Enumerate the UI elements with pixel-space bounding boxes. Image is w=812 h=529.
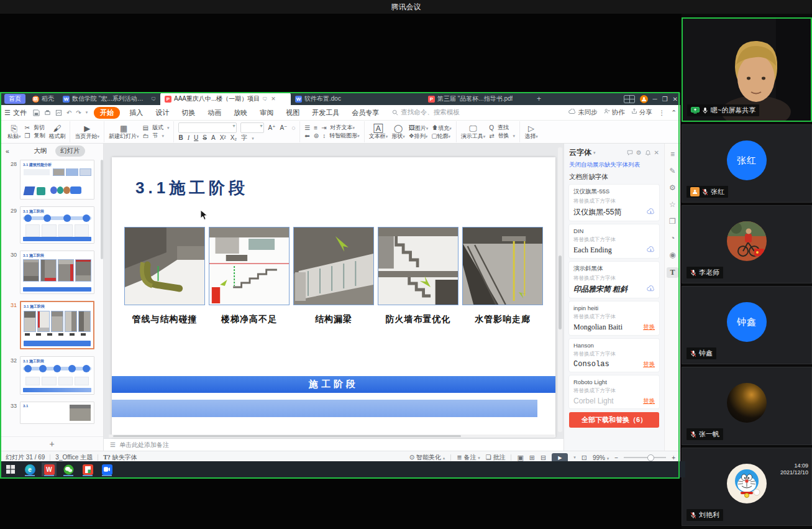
print-icon[interactable] bbox=[44, 109, 51, 116]
replace-font-link[interactable]: 替换 bbox=[643, 323, 655, 331]
zoom-level[interactable]: 99% ▾ bbox=[593, 454, 609, 461]
comments-button[interactable]: ❏ 批注 bbox=[486, 453, 506, 461]
tab-slides[interactable]: 幻灯片 bbox=[55, 145, 85, 157]
fill-button[interactable]: 🡅填充▾ bbox=[432, 125, 452, 131]
share-button[interactable]: 分享 bbox=[631, 108, 652, 117]
paste-button[interactable]: ⎘ 粘贴▾ bbox=[7, 124, 21, 139]
zoom-out-button[interactable]: − bbox=[614, 454, 618, 461]
slide-figure-5[interactable]: 水管影响走廊 bbox=[462, 227, 543, 325]
workspace-grid-icon[interactable] bbox=[624, 95, 635, 103]
participant-tile-zhanghong[interactable]: 张红 张红 bbox=[682, 124, 812, 203]
shape-button[interactable]: ◯ 形状▾ bbox=[391, 124, 405, 139]
taskbar-edge[interactable]: e bbox=[22, 462, 37, 476]
tab-writer-doc2[interactable]: W 软件布置.doc bbox=[291, 93, 386, 105]
slide-canvas-area[interactable]: 3.1施工阶段 bbox=[104, 144, 563, 438]
horizontal-scrollbar[interactable] bbox=[109, 435, 555, 438]
reading-view-icon[interactable]: ⊟ bbox=[541, 454, 546, 462]
vertical-scrollbar[interactable] bbox=[558, 147, 562, 432]
font-name-select[interactable] bbox=[178, 122, 237, 133]
slide-light-bar[interactable] bbox=[112, 400, 537, 417]
superscript-button[interactable]: X² bbox=[220, 135, 226, 141]
participant-tile-zhangyifan[interactable]: 张一帆 bbox=[682, 367, 812, 445]
resource-icon[interactable]: ◉ bbox=[669, 251, 675, 259]
redo-icon[interactable]: ↷ bbox=[76, 109, 81, 116]
font-card-2[interactable]: DIN 将替换成下方字体 Each Ending bbox=[569, 224, 659, 258]
normal-view-icon[interactable]: ▣ bbox=[517, 454, 523, 462]
panel-scrollbar[interactable] bbox=[101, 160, 103, 259]
decrease-font-icon[interactable]: A⁻ bbox=[280, 125, 287, 131]
replace-font-link[interactable]: 替换 bbox=[643, 361, 655, 369]
command-search[interactable]: 查找命令、搜索模板 bbox=[392, 108, 460, 117]
help-icon[interactable]: ◔ bbox=[670, 234, 675, 242]
menu-item-animation[interactable]: 动画 bbox=[204, 108, 224, 118]
menu-item-transition[interactable]: 切换 bbox=[178, 108, 198, 118]
restore-icon[interactable]: ❐ bbox=[662, 96, 668, 103]
bullet-list-icon[interactable]: ☰ bbox=[304, 125, 310, 131]
menu-item-member[interactable]: 会员专享 bbox=[349, 108, 382, 118]
close-icon[interactable]: ✕ bbox=[673, 96, 678, 103]
file-menu[interactable]: ☰ 文件 bbox=[4, 108, 27, 117]
taskbar-docs[interactable] bbox=[80, 462, 95, 476]
cut-button[interactable]: ✂剪切 bbox=[25, 125, 45, 131]
slide-title[interactable]: 3.1施工阶段 bbox=[135, 177, 249, 199]
tab-home[interactable]: 首页 bbox=[4, 94, 25, 104]
sorter-view-icon[interactable]: ⊞ bbox=[529, 454, 535, 462]
clear-format-icon[interactable]: ◌ bbox=[291, 125, 295, 131]
slide-figure-4[interactable]: 防火墙布置优化 bbox=[378, 227, 458, 325]
underline-button[interactable]: U bbox=[194, 135, 198, 141]
add-slide-button[interactable]: + bbox=[1, 436, 103, 451]
picture-button[interactable]: 🖼图片▾ bbox=[409, 125, 429, 131]
align-left-icon[interactable]: ⬅ bbox=[304, 133, 309, 139]
zoom-slider[interactable] bbox=[624, 457, 666, 458]
start-button[interactable] bbox=[3, 462, 18, 476]
bold-button[interactable]: B bbox=[178, 135, 183, 141]
more-menu-icon[interactable]: ⋮ bbox=[659, 109, 665, 116]
number-list-icon[interactable]: ≡ bbox=[314, 125, 317, 131]
favorites-star-icon[interactable]: ☆ bbox=[669, 200, 676, 209]
splitter-handle-icon[interactable]: ≡ bbox=[670, 150, 675, 159]
preview-icon[interactable] bbox=[55, 109, 62, 116]
download-cloud-icon[interactable] bbox=[647, 208, 655, 216]
font-size-select[interactable] bbox=[240, 122, 264, 133]
theme-name[interactable]: 3_Office 主题 bbox=[55, 453, 93, 461]
beautify-button[interactable]: ⊙ 智能美化 ▴ bbox=[409, 453, 445, 461]
fonts-toggle-link[interactable]: 关闭自动展示缺失字体列表 bbox=[569, 161, 659, 169]
slide-thumbnail-32[interactable]: 32 3.1 施工阶段 bbox=[1, 356, 101, 395]
slide-banner[interactable]: 施工阶段 bbox=[112, 376, 555, 393]
properties-slider-icon[interactable]: ⚙ bbox=[669, 183, 676, 192]
slide-thumbnail-28[interactable]: 28 3.1 建筑性能分析 bbox=[1, 160, 101, 200]
menu-item-design[interactable]: 设计 bbox=[152, 108, 172, 118]
save-icon[interactable] bbox=[33, 109, 40, 116]
italic-button[interactable]: I bbox=[188, 135, 189, 141]
fit-window-icon[interactable]: ⊡ bbox=[582, 454, 587, 462]
slideshow-play-button[interactable]: ▶ bbox=[552, 453, 568, 462]
play-options-caret-icon[interactable]: ▾ bbox=[573, 455, 576, 460]
settings-gear-icon[interactable]: ⚙ bbox=[636, 149, 642, 156]
menu-item-view[interactable]: 视图 bbox=[283, 108, 303, 118]
find-button[interactable]: Q查找 bbox=[489, 125, 515, 131]
menu-item-slideshow[interactable]: 放映 bbox=[230, 108, 250, 118]
replace-button[interactable]: ⇄替换▾ bbox=[489, 133, 515, 139]
participant-tile-zhongxin[interactable]: 钟鑫 钟鑫 bbox=[682, 286, 812, 364]
smart-graphic-button[interactable]: 转智能图形▾ bbox=[329, 133, 360, 139]
minimize-icon[interactable]: ─ bbox=[653, 96, 657, 103]
notes-bar[interactable]: ☰ 单击此处添加备注 bbox=[104, 438, 563, 451]
menu-item-devtools[interactable]: 开发工具 bbox=[309, 108, 342, 118]
align-text-button[interactable]: 对齐文本▾ bbox=[331, 125, 355, 131]
collapse-ribbon-icon[interactable]: ⌃ bbox=[671, 109, 677, 116]
layers-icon[interactable]: ❐ bbox=[669, 217, 676, 226]
zoom-in-button[interactable]: + bbox=[672, 454, 675, 461]
increase-font-icon[interactable]: A⁺ bbox=[268, 125, 275, 131]
menu-item-home[interactable]: 开始 bbox=[94, 107, 120, 119]
indent-icon[interactable]: ⇥ bbox=[321, 125, 326, 131]
tab-pdf[interactable]: P 第三届 "品茗杯...指导书.pdf bbox=[424, 93, 532, 105]
slide-thumbnail-31-selected[interactable]: 31 3.1 施工阶段 bbox=[1, 301, 101, 349]
slide-thumbnail-30[interactable]: 30 3.1 施工阶段 bbox=[1, 251, 101, 294]
taskbar-wps[interactable]: W bbox=[42, 462, 57, 476]
sync-status[interactable]: 未同步 bbox=[568, 108, 597, 117]
subscript-button[interactable]: X₂ bbox=[230, 135, 237, 141]
missing-fonts-status[interactable]: T? 缺失字体 bbox=[103, 453, 137, 461]
char-spacing-button[interactable]: 字 bbox=[241, 135, 247, 141]
download-cloud-icon[interactable] bbox=[647, 246, 655, 254]
font-card-6[interactable]: Roboto Light 将替换成下方字体 Corbel Light 替换 bbox=[569, 375, 659, 408]
